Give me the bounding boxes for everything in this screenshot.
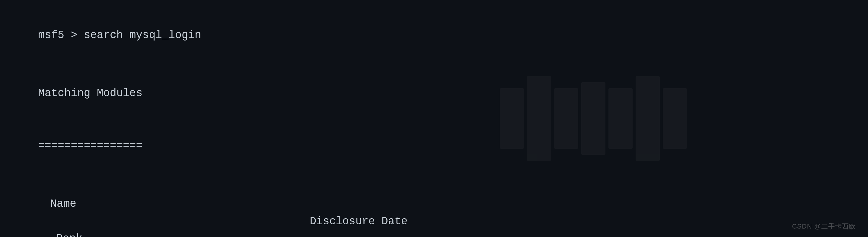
- deco-block-4: [581, 82, 606, 155]
- prompt-text-1: msf5 > search mysql_login: [38, 29, 201, 42]
- background-decoration: [500, 76, 687, 161]
- col-disclosure-header: Disclosure Date: [310, 215, 407, 228]
- divider-line: ================: [12, 120, 856, 172]
- spacer-2: [12, 172, 856, 178]
- terminal: msf5 > search mysql_login Matching Modul…: [0, 0, 868, 237]
- deco-block-2: [527, 76, 551, 161]
- table-header: Name Disclosure Date Rank Check Descript…: [12, 178, 856, 237]
- watermark-text: CSDN @二手卡西欧: [792, 222, 856, 230]
- deco-block-3: [554, 88, 578, 149]
- deco-block-1: [500, 88, 524, 149]
- matching-modules-heading: Matching Modules: [12, 68, 856, 120]
- deco-block-7: [663, 88, 687, 149]
- spacer-1: [12, 61, 856, 68]
- col-rank-header: Rank: [56, 233, 82, 237]
- command-line-1: msf5 > search mysql_login: [12, 9, 856, 61]
- col-name-header: Name: [50, 198, 76, 210]
- deco-block-5: [609, 88, 632, 149]
- watermark: CSDN @二手卡西欧: [792, 222, 856, 231]
- deco-block-6: [636, 76, 660, 161]
